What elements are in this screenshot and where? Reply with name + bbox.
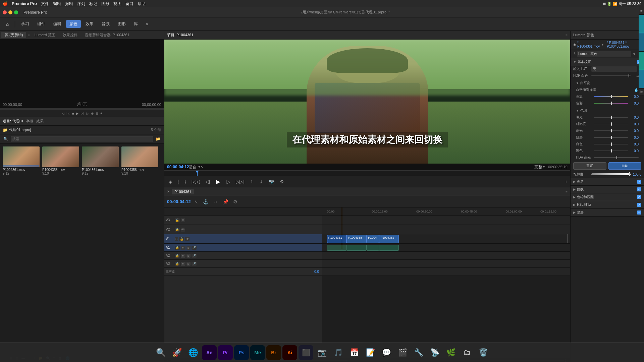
dock-br[interactable]: Br [266,345,281,360]
menu-sequence[interactable]: 序列 [77,1,85,7]
audio-clip-a1-4[interactable] [379,245,399,251]
dock-finder2[interactable]: 🗂 [460,345,474,360]
toolbar-color[interactable]: 颜色 [66,20,81,28]
swatch-ref-1[interactable] [639,15,644,33]
track-mic-a2[interactable]: 🎤 [192,254,197,258]
track-solo-a1[interactable]: S [186,246,191,250]
reset-button[interactable]: 重置 [573,162,606,170]
highlights-slider[interactable] [594,130,628,131]
video-track-v3[interactable] [322,216,570,225]
audio-clip-a1-1[interactable] [327,245,347,251]
lumetri-profile-dropdown-icon[interactable]: ▼ [633,52,636,56]
dock-ae[interactable]: Ae [202,345,217,360]
tab-lumetri-scope[interactable]: Lumetri 范围 [31,32,59,38]
track-lock-v1[interactable]: 🔒 [179,237,184,241]
maximize-button[interactable] [14,10,18,14]
auto-button[interactable]: 自动 [608,162,642,170]
menu-clip[interactable]: 剪辑 [65,1,73,7]
source-step-back[interactable]: |◁ [66,112,70,115]
app-menu-premiere[interactable]: Premiere Pro [12,1,37,6]
timeline-tool-ripple[interactable]: ⚓ [202,198,210,205]
menu-graphics[interactable]: 图形 [101,1,109,7]
toolbar-effects[interactable]: 效果 [82,20,97,28]
menu-edit[interactable]: 编辑 [53,1,61,7]
clip-p1004362[interactable]: P1004362 [379,235,399,243]
dock-calendar[interactable]: 📅 [347,345,362,360]
lumetri-dropdown-icon[interactable]: ▼ [601,43,604,46]
curves-checkbox[interactable]: ✓ [637,187,641,191]
toolbar-edit[interactable]: 编辑 [50,20,65,28]
source-overwrite[interactable]: ⊞ [96,112,98,115]
program-menu-icon[interactable]: ≡ [566,33,568,37]
lumetri-profile-dropdown[interactable]: Lumetri 颜色 [577,51,631,57]
track-vis-v2[interactable]: 👁 [181,228,185,232]
saturation-slider[interactable] [591,173,631,175]
track-lock-a1[interactable]: 🔒 [175,246,180,250]
hsl-checkbox[interactable]: ✓ [637,203,641,207]
lut-dropdown[interactable]: 无 [591,66,637,72]
extract-btn[interactable]: ⤓ [258,178,265,185]
list-item[interactable]: P1004358.mov 9:10 [121,146,158,175]
video-track-v1[interactable]: P1004361 P1004358 P1004 P1004362 [322,234,570,244]
full-dropdown[interactable]: ▼ [542,165,545,169]
dock-ps[interactable]: Ps [234,345,249,360]
tab-program-monitor[interactable]: 节目: P1004361 [167,33,193,38]
step-back-btn[interactable]: ◁| [204,178,212,185]
dock-launchpad[interactable]: 🚀 [170,345,184,360]
fit-label[interactable]: 适合 [189,165,196,170]
swatch-color-ref[interactable] [639,52,644,70]
program-timecode-current[interactable]: 00:00:04:12 [167,165,189,169]
tint-slider[interactable] [594,103,628,104]
whites-slider[interactable] [594,144,628,144]
timeline-tool-settings[interactable]: ⚙ [232,198,239,205]
video-track-v2[interactable] [322,225,570,234]
audio-track-a3[interactable] [322,260,570,268]
lumetri-target-file[interactable]: * P1004361 * P1004361.mov [607,41,641,48]
tab-project[interactable]: 项目: 代理01 [3,119,23,124]
dock-video[interactable]: 🎬 [395,345,410,360]
settings-btn[interactable]: ⚙ [278,178,285,185]
dock-finder[interactable]: 🔍 [154,345,168,360]
master-track[interactable] [322,268,570,276]
track-vis-v3[interactable]: 👁 [181,218,185,222]
fit-dropdown-icon[interactable]: ▼ [198,165,201,169]
apple-menu[interactable]: 🍎 [3,1,8,6]
contrast-slider[interactable] [594,124,628,124]
mark-in-btn[interactable]: { [176,178,180,185]
track-mic-a1[interactable]: 🎤 [192,246,197,250]
list-item[interactable]: P1004361.mov 9:12 [82,146,119,175]
source-play[interactable]: ▶ [76,112,79,115]
toolbar-library[interactable]: 库 [130,20,141,28]
play-btn[interactable]: ▶ [214,177,222,186]
timeline-close-icon[interactable]: ✕ [167,190,170,193]
menu-marker[interactable]: 标记 [89,1,97,7]
dock-ai[interactable]: Ai [282,345,297,360]
menu-help[interactable]: 帮助 [138,1,146,7]
dock-trash[interactable]: 🗑️ [476,345,490,360]
audio-track-a1[interactable] [322,244,570,252]
source-add[interactable]: + [100,112,102,115]
timeline-tool-track[interactable]: ↔ [212,198,219,205]
swatch-ref-2[interactable] [639,33,644,52]
lumetri-hsl-header[interactable]: ▶ HSL 辅助 ✓ [571,201,644,208]
full-label[interactable]: 完整 [534,164,542,170]
add-marker-btn[interactable]: ◈ [167,178,173,185]
go-to-in-btn[interactable]: |◁◁ [190,178,201,185]
toolbar-assembly[interactable]: 组件 [34,20,49,28]
dock-app7[interactable]: 🌿 [443,345,458,360]
program-scrub-bar[interactable] [164,170,570,176]
timeline-tab-active[interactable]: P1004361 [172,189,194,194]
audio-clip-a1-2[interactable] [347,245,367,251]
project-search-input[interactable] [11,136,153,142]
menu-window[interactable]: 窗口 [125,1,133,7]
track-lock-a2[interactable]: 🔒 [175,254,180,258]
source-step-fwd[interactable]: ▷| [81,112,85,115]
add-tracks-btn[interactable]: + [565,179,568,184]
export-frame-btn[interactable]: 📷 [267,178,276,185]
eyedropper-icon[interactable]: 💧 [634,88,639,92]
tab-effects-proj[interactable]: 效果 [36,119,44,124]
dock-app1[interactable]: 🎵 [331,345,345,360]
source-mark-in[interactable]: ◁ [62,112,64,115]
close-button[interactable] [3,10,7,14]
search-icon[interactable]: 🔍 [2,136,9,142]
